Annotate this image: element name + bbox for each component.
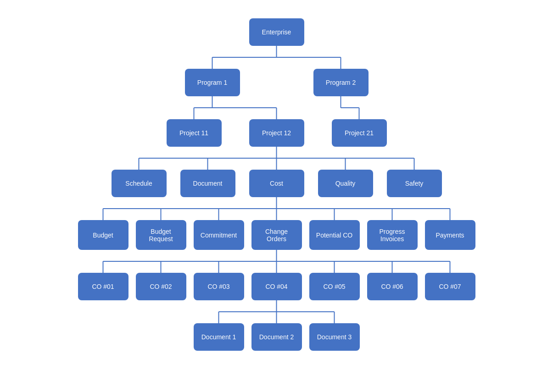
quality-node: Quality xyxy=(318,170,373,197)
schedule-node: Schedule xyxy=(112,170,167,197)
budget-node: Budget xyxy=(78,220,128,250)
enterprise-node: Enterprise xyxy=(249,18,304,46)
co05-node: CO #05 xyxy=(309,273,360,300)
co01-node: CO #01 xyxy=(78,273,128,300)
progress-invoices-node: Progress Invoices xyxy=(367,220,418,250)
budget-request-node: Budget Request xyxy=(136,220,186,250)
project11-node: Project 11 xyxy=(167,119,222,147)
co07-node: CO #07 xyxy=(425,273,475,300)
org-chart: Enterprise Program 1 Program 2 Project 1… xyxy=(0,0,553,378)
co06-node: CO #06 xyxy=(367,273,418,300)
potential-co-node: Potential CO xyxy=(309,220,360,250)
project21-node: Project 21 xyxy=(332,119,387,147)
change-orders-node: Change Orders xyxy=(251,220,302,250)
payments-node: Payments xyxy=(425,220,475,250)
co03-node: CO #03 xyxy=(194,273,244,300)
co02-node: CO #02 xyxy=(136,273,186,300)
document1-node: Document 1 xyxy=(194,323,244,351)
document2-node: Document 2 xyxy=(251,323,302,351)
document-node: Document xyxy=(180,170,235,197)
document3-node: Document 3 xyxy=(309,323,360,351)
co04-node: CO #04 xyxy=(251,273,302,300)
program2-node: Program 2 xyxy=(313,69,369,96)
project12-node: Project 12 xyxy=(249,119,304,147)
commitment-node: Commitment xyxy=(194,220,244,250)
cost-node: Cost xyxy=(249,170,304,197)
safety-node: Safety xyxy=(387,170,442,197)
program1-node: Program 1 xyxy=(185,69,240,96)
